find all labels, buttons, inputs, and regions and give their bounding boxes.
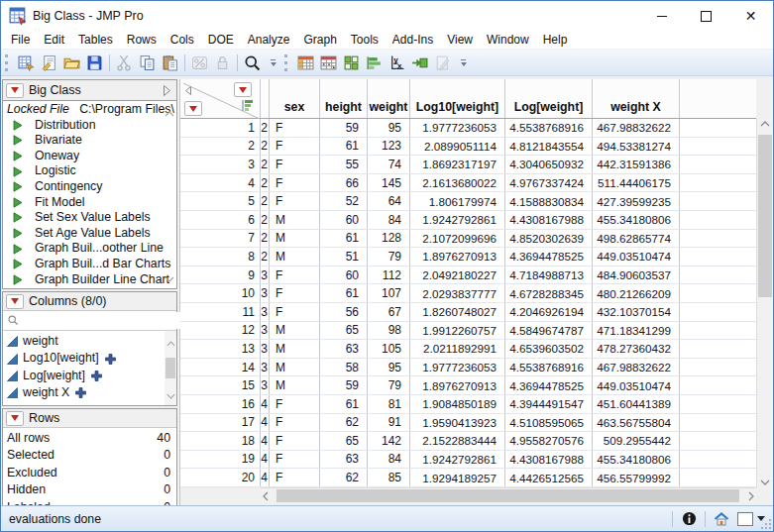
row-number-cell[interactable]: 8 (180, 248, 261, 266)
script-item-contingency[interactable]: Contingency (3, 179, 176, 195)
cell-age-partial[interactable]: 2 (261, 156, 270, 173)
scroll-down-icon[interactable] (757, 479, 773, 485)
formula-icon[interactable] (318, 53, 339, 73)
cell-weight[interactable]: 67 (368, 303, 410, 321)
column-header-weight-x[interactable]: weight X (593, 79, 680, 118)
cell-log-weight[interactable]: 4.8121843554 (505, 138, 593, 156)
cell-weight-x[interactable]: 463.56755804 (593, 414, 680, 432)
cell-age-partial[interactable]: 2 (261, 119, 270, 137)
menu-item-rows[interactable]: Rows (120, 31, 164, 49)
script-item-fit-model[interactable]: Fit Model (3, 195, 176, 211)
menu-item-file[interactable]: File (4, 31, 37, 49)
row-number-cell[interactable]: 15 (180, 376, 261, 394)
cell-weight-x[interactable]: 451.60441389 (593, 395, 680, 413)
table-row[interactable]: 204F62851.92941892574.4426512565456.5579… (180, 469, 756, 487)
cell-sex[interactable]: M (270, 322, 320, 340)
cell-weight-x[interactable]: 442.31591386 (593, 156, 680, 173)
cell-height[interactable]: 62 (320, 414, 368, 432)
script-item-graph-builder-line-chart[interactable]: Graph Builder Line Chart (3, 272, 176, 288)
table-row[interactable]: 103F611072.02938377774.6728288345480.212… (180, 284, 756, 303)
fit-y-by-x-icon[interactable]: yx (387, 53, 407, 73)
cell-log10-weight[interactable]: 1.9912260757 (410, 322, 505, 340)
vertical-scrollbar[interactable] (756, 119, 773, 487)
cell-log-weight[interactable]: 4.5108595065 (505, 414, 593, 432)
scroll-up-icon[interactable] (757, 121, 773, 127)
columns-menu-button[interactable] (6, 294, 24, 309)
cell-log10-weight[interactable]: 1.8692317197 (410, 156, 505, 173)
cell-height[interactable]: 59 (320, 119, 368, 137)
cell-height[interactable]: 60 (320, 266, 368, 284)
maximize-button[interactable] (684, 1, 728, 31)
cell-weight[interactable]: 84 (368, 451, 410, 469)
columns-search-input[interactable] (23, 312, 180, 329)
cell-weight[interactable]: 91 (368, 414, 410, 432)
row-number-cell[interactable]: 12 (180, 322, 261, 340)
column-header-age-partial[interactable] (261, 79, 270, 118)
cell-height[interactable]: 60 (320, 211, 368, 229)
cell-log10-weight[interactable]: 2.0492180227 (410, 266, 505, 284)
cell-log10-weight[interactable]: 1.9777236053 (410, 119, 505, 137)
columns-view-icon[interactable] (242, 98, 253, 116)
horizontal-scrollbar[interactable] (261, 487, 756, 503)
cell-sex[interactable]: F (270, 119, 320, 137)
panel-expand-icon[interactable] (163, 84, 171, 97)
cell-log-weight[interactable]: 4.8520302639 (505, 230, 593, 248)
home-icon[interactable] (712, 509, 731, 529)
menu-item-help[interactable]: Help (536, 31, 575, 49)
column-header-sex[interactable]: sex (270, 79, 320, 118)
scroll-up-icon[interactable] (165, 103, 174, 121)
cell-age-partial[interactable]: 3 (261, 340, 270, 358)
row-number-cell[interactable]: 9 (180, 266, 261, 284)
cell-weight-x[interactable]: 449.03510474 (593, 248, 680, 266)
toolbar-grip[interactable] (284, 54, 290, 71)
cell-height[interactable]: 61 (320, 284, 368, 302)
cell-weight-x[interactable]: 467.98832622 (593, 119, 680, 137)
menu-item-graph[interactable]: Graph (296, 31, 343, 49)
cell-height[interactable]: 61 (320, 230, 368, 248)
open-icon[interactable] (61, 53, 82, 73)
cell-age-partial[interactable]: 4 (261, 451, 270, 469)
cell-sex[interactable]: F (270, 432, 320, 450)
column-item-weight-x[interactable]: weight X (3, 384, 176, 401)
script-item-set-sex-value-labels[interactable]: Set Sex Value Labels (3, 210, 176, 226)
table-row[interactable]: 93F601122.04921802274.7184988713484.9060… (180, 266, 756, 285)
row-number-cell[interactable]: 1 (180, 119, 261, 137)
script-item-logistic[interactable]: Logistic (3, 163, 176, 179)
table-row[interactable]: 184F651422.15228834444.9558270576509.295… (180, 432, 756, 451)
cell-weight[interactable]: 123 (368, 138, 410, 156)
menu-item-tables[interactable]: Tables (71, 31, 120, 49)
cell-log10-weight[interactable]: 1.8976270913 (410, 248, 505, 266)
scroll-up-icon[interactable] (166, 333, 175, 351)
table-row[interactable]: 42F661452.16136800224.9767337424511.4440… (180, 174, 756, 193)
cell-weight-x[interactable]: 509.2955442 (593, 432, 680, 450)
cell-log-weight[interactable]: 4.6728288345 (505, 284, 593, 302)
row-number-cell[interactable]: 11 (180, 303, 261, 321)
table-row[interactable]: 133M631052.02118929914.6539603502478.273… (180, 340, 756, 359)
paste-icon[interactable] (160, 53, 180, 73)
cell-sex[interactable]: M (270, 376, 320, 394)
cell-weight-x[interactable]: 432.10370154 (593, 303, 680, 321)
row-number-cell[interactable]: 19 (180, 451, 261, 469)
cell-log10-weight[interactable]: 2.0293837777 (410, 284, 505, 302)
row-number-cell[interactable]: 6 (180, 211, 261, 229)
cell-log10-weight[interactable]: 1.8260748027 (410, 303, 505, 321)
cell-weight[interactable]: 107 (368, 284, 410, 302)
scroll-left-icon[interactable] (263, 488, 269, 503)
cell-sex[interactable]: F (270, 451, 320, 469)
save-icon[interactable] (84, 53, 105, 73)
table-row[interactable]: 72M611282.10720996964.8520302639498.6286… (180, 230, 756, 249)
cell-weight[interactable]: 128 (368, 230, 410, 248)
toolbar-overflow-icon[interactable] (268, 53, 278, 71)
cell-log-weight[interactable]: 4.3694478525 (505, 248, 593, 266)
cell-weight-x[interactable]: 471.18341299 (593, 322, 680, 340)
column-item-weight[interactable]: weight (3, 333, 176, 350)
cell-age-partial[interactable]: 2 (261, 174, 270, 192)
cell-age-partial[interactable]: 2 (261, 230, 270, 248)
scrollbar-thumb[interactable] (166, 358, 175, 378)
cell-sex[interactable]: F (270, 395, 320, 413)
cell-weight[interactable]: 95 (368, 359, 410, 376)
row-number-cell[interactable]: 2 (180, 138, 261, 156)
cell-sex[interactable]: M (270, 230, 320, 248)
collapse-panel-icon[interactable] (184, 82, 192, 100)
cell-log-weight[interactable]: 4.6539603502 (505, 340, 593, 358)
